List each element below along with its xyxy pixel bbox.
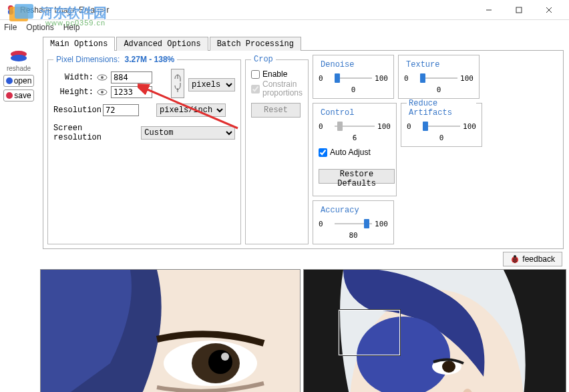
- screen-resolution-select[interactable]: Custom: [141, 126, 235, 140]
- menubar: File Options Help: [0, 20, 569, 35]
- crop-legend: Crop: [251, 55, 276, 64]
- svg-point-19: [516, 258, 517, 260]
- brand-text: reshade: [4, 65, 33, 72]
- auto-adjust-checkbox[interactable]: [319, 148, 327, 157]
- svg-point-3: [8, 9, 13, 15]
- reduce-artifacts-label: Reduce Artifacts: [407, 99, 476, 118]
- link-dimensions-toggle[interactable]: [171, 69, 184, 98]
- svg-point-11: [101, 76, 104, 79]
- save-icon: [6, 92, 13, 99]
- reset-button[interactable]: Reset: [251, 103, 301, 118]
- control-group: Control 0 100 6 Auto Adjust Restore Defa…: [313, 103, 397, 196]
- titlebar: Reshade Image Enlarger: [0, 0, 569, 20]
- denoise-slider[interactable]: [335, 72, 372, 84]
- save-button[interactable]: save: [3, 89, 34, 102]
- app-icon: [5, 5, 16, 15]
- svg-point-31: [442, 361, 455, 373]
- svg-point-9: [11, 55, 27, 61]
- sliders-area: Denoise 0 100 0 Texture 0 100 0 Control …: [313, 55, 559, 244]
- eye-icon: [96, 73, 108, 81]
- crop-enable-label: Enable: [262, 69, 287, 79]
- accuracy-value: 80: [319, 231, 388, 240]
- resolution-label: Resolution: [53, 106, 100, 115]
- minimize-button[interactable]: [473, 1, 504, 19]
- zoom-preview-pane[interactable]: [40, 269, 301, 392]
- brand-logo: reshade: [4, 49, 33, 72]
- control-slider[interactable]: [335, 120, 375, 132]
- width-input[interactable]: [111, 71, 152, 83]
- accuracy-group: Accuracy 0 100 80: [313, 200, 394, 244]
- control-value: 6: [319, 134, 391, 142]
- save-label: save: [14, 91, 31, 100]
- accuracy-label: Accuracy: [319, 206, 361, 215]
- resolution-input[interactable]: [103, 104, 139, 116]
- constrain-label: Constrain proportions: [262, 80, 303, 97]
- ladybug-icon: [510, 254, 520, 264]
- control-label: Control: [319, 108, 356, 118]
- texture-slider[interactable]: [420, 72, 457, 84]
- selection-rectangle[interactable]: [339, 310, 400, 355]
- reduce-artifacts-value: 0: [407, 134, 476, 142]
- height-input[interactable]: [111, 86, 152, 98]
- tab-batch-processing[interactable]: Batch Processing: [210, 37, 301, 51]
- options-panel: Pixel Dimensions: 3.27M - 138% Width: He…: [43, 50, 564, 249]
- menu-file[interactable]: File: [4, 23, 17, 32]
- eye-icon: [96, 88, 108, 96]
- maximize-button[interactable]: [504, 1, 534, 19]
- texture-label: Texture: [404, 60, 441, 69]
- close-button[interactable]: [534, 1, 564, 19]
- svg-point-20: [513, 260, 514, 262]
- svg-point-21: [516, 260, 517, 262]
- open-button[interactable]: open: [3, 75, 34, 87]
- tab-advanced-options[interactable]: Advanced Options: [116, 37, 208, 51]
- preview-area: [40, 269, 566, 392]
- feedback-label: feedback: [522, 254, 555, 264]
- svg-point-26: [221, 353, 229, 361]
- unit-select[interactable]: pixels: [188, 78, 235, 91]
- denoise-label: Denoise: [319, 60, 356, 69]
- texture-group: Texture 0 100 0: [398, 55, 480, 99]
- denoise-value: 0: [319, 85, 388, 94]
- menu-help[interactable]: Help: [63, 23, 80, 32]
- height-label: Height:: [53, 87, 93, 97]
- constrain-checkbox: [251, 85, 260, 93]
- accuracy-slider[interactable]: [335, 218, 372, 230]
- tab-main-options[interactable]: Main Options: [43, 37, 115, 51]
- reduce-artifacts-group: Reduce Artifacts 0 100 0: [401, 103, 482, 147]
- width-label: Width:: [53, 73, 93, 82]
- svg-rect-5: [516, 7, 522, 13]
- texture-value: 0: [404, 85, 473, 94]
- denoise-group: Denoise 0 100 0: [313, 55, 394, 99]
- sidebar: reshade open save: [0, 35, 37, 392]
- crop-group: Crop Enable Constrain proportions Reset: [245, 55, 309, 244]
- reduce-artifacts-slider[interactable]: [423, 120, 460, 132]
- pixel-dimensions-group: Pixel Dimensions: 3.27M - 138% Width: He…: [47, 55, 241, 244]
- open-label: open: [14, 76, 32, 85]
- open-icon: [6, 77, 13, 84]
- tabs: Main Options Advanced Options Batch Proc…: [43, 36, 564, 50]
- feedback-button[interactable]: feedback: [503, 252, 562, 266]
- restore-defaults-button[interactable]: Restore Defaults: [319, 169, 395, 184]
- pixel-dimensions-legend: Pixel Dimensions: 3.27M - 138%: [53, 55, 177, 65]
- svg-point-25: [208, 350, 232, 374]
- window-title: Reshade Image Enlarger: [20, 5, 473, 15]
- screen-resolution-label: Screen resolution: [53, 124, 134, 142]
- auto-adjust-label: Auto Adjust: [330, 148, 371, 157]
- source-preview-pane[interactable]: [303, 269, 566, 392]
- crop-enable-checkbox[interactable]: [251, 70, 260, 79]
- svg-point-13: [101, 91, 104, 93]
- resolution-unit-select[interactable]: pixels/inch: [156, 104, 226, 117]
- menu-options[interactable]: Options: [26, 23, 53, 32]
- svg-point-18: [513, 258, 514, 260]
